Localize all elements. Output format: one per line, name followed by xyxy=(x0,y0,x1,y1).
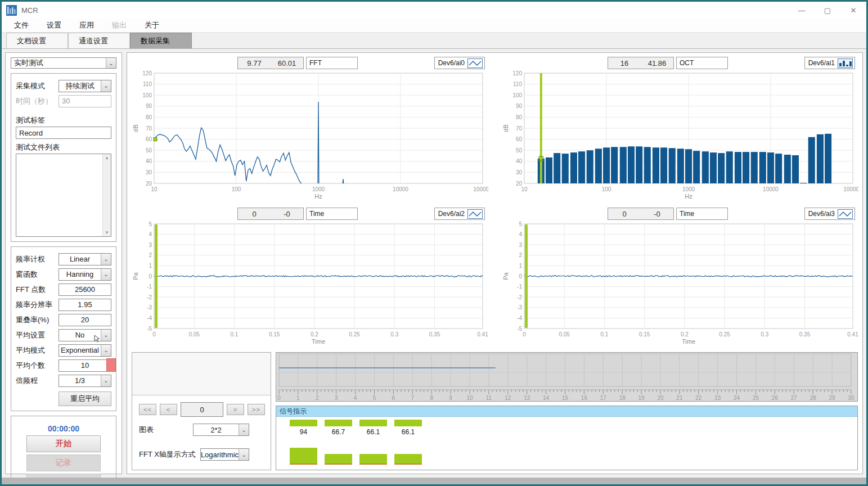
bottom-row: << < 0 > >> 图表 2*2 ⌄ xyxy=(132,352,858,470)
param-select[interactable]: Hanning⌄ xyxy=(59,268,111,281)
svg-text:0.2: 0.2 xyxy=(681,331,689,338)
maximize-button[interactable]: ▢ xyxy=(815,2,840,19)
channel-selector[interactable]: Dev6/ai1 xyxy=(804,57,855,69)
svg-text:0.41: 0.41 xyxy=(477,331,488,338)
tab-2[interactable]: 通道设置 xyxy=(68,33,130,48)
param-input[interactable]: 20 xyxy=(59,314,111,326)
svg-text:-2: -2 xyxy=(517,294,522,300)
svg-text:80: 80 xyxy=(146,114,152,120)
chevron-down-icon[interactable]: ⌄ xyxy=(239,449,249,460)
svg-text:18: 18 xyxy=(619,395,626,401)
chart-cell-2: 1641.86OCTDev6/ai12030405060708090100110… xyxy=(502,56,858,202)
param-input[interactable]: 25600 xyxy=(59,284,111,296)
svg-text:100: 100 xyxy=(232,186,241,192)
svg-text:0.05: 0.05 xyxy=(559,331,570,338)
signal-level-bar xyxy=(290,448,317,465)
chart-name-input[interactable]: Time xyxy=(676,208,728,220)
page-first-button[interactable]: << xyxy=(139,404,156,415)
svg-text:5: 5 xyxy=(519,221,522,227)
chart-name-input[interactable]: Time xyxy=(306,208,358,220)
record-timeline[interactable]: 0123456789101112131415161718192021222324… xyxy=(276,352,858,402)
param-select[interactable]: No⌄ xyxy=(59,329,111,341)
param-row-4: 频率分辨率1.95 xyxy=(16,297,111,312)
param-select[interactable]: 1/3⌄ xyxy=(59,375,111,387)
chevron-down-icon[interactable]: ⌄ xyxy=(101,254,111,265)
param-select[interactable]: Exponential⌄ xyxy=(59,344,111,357)
fft-axis-select[interactable]: Logarithmic ⌄ xyxy=(200,448,249,461)
page-number-box[interactable]: 0 xyxy=(181,402,223,417)
svg-text:16: 16 xyxy=(581,395,588,401)
signal-meter-2: 66.7 xyxy=(325,420,352,470)
signal-value: 66.7 xyxy=(325,426,352,436)
svg-text:110: 110 xyxy=(143,81,152,87)
cursor-readout: 9.7760.01 xyxy=(237,57,304,69)
menu-item-3[interactable]: 应用 xyxy=(70,19,103,32)
signal-level-wrap xyxy=(394,436,422,470)
channel-selector[interactable]: Dev6/ai3 xyxy=(804,208,855,220)
svg-text:11: 11 xyxy=(486,395,492,401)
test-file-list[interactable]: ▲▼ xyxy=(16,154,111,237)
chevron-down-icon[interactable]: ⌄ xyxy=(101,269,111,280)
signal-value: 66.1 xyxy=(394,426,422,436)
svg-text:4: 4 xyxy=(149,231,152,237)
channel-selector[interactable]: Dev6/ai0 xyxy=(434,57,485,69)
chart-plot-1[interactable]: 2030405060708090100110120101001000100001… xyxy=(132,70,488,200)
menu-item-2[interactable]: 设置 xyxy=(38,19,70,32)
svg-text:0: 0 xyxy=(152,331,156,338)
record-button: 记录 xyxy=(26,454,101,471)
chevron-down-icon[interactable]: ⌄ xyxy=(106,58,116,68)
page-prev-button[interactable]: < xyxy=(160,404,177,415)
chevron-down-icon[interactable]: ⌄ xyxy=(101,375,111,386)
chart-plot-2[interactable]: 2030405060708090100110120101001000100001… xyxy=(502,70,858,200)
svg-text:90: 90 xyxy=(146,103,152,109)
tab-3[interactable]: 数据采集 xyxy=(130,33,192,48)
svg-text:20: 20 xyxy=(516,181,523,187)
close-button[interactable]: ✕ xyxy=(840,2,866,19)
restart-average-button[interactable]: 重启平均 xyxy=(59,392,111,406)
chevron-down-icon[interactable]: ⌄ xyxy=(101,330,111,341)
svg-text:25: 25 xyxy=(753,395,759,401)
signal-value: 94 xyxy=(290,426,317,436)
param-row-1: 频率计权Linear⌄ xyxy=(16,251,111,267)
test-label-input[interactable]: Record xyxy=(16,127,111,139)
svg-text:100000: 100000 xyxy=(473,186,488,192)
menu-item-1[interactable]: 文件 xyxy=(5,19,38,32)
svg-text:0.3: 0.3 xyxy=(390,331,398,338)
chart-name-input[interactable]: OCT xyxy=(676,57,728,69)
chart-plot-4[interactable]: -5-4-3-2-101234500.050.10.150.20.250.30.… xyxy=(502,220,858,345)
minimize-button[interactable]: — xyxy=(789,2,815,19)
svg-text:21: 21 xyxy=(676,395,683,401)
signal-meter-1: 94 xyxy=(290,420,317,470)
chevron-down-icon[interactable]: ⌄ xyxy=(101,80,111,92)
file-list-scrollbar[interactable]: ▲▼ xyxy=(102,154,111,236)
svg-text:26: 26 xyxy=(772,395,779,401)
svg-text:-5: -5 xyxy=(517,326,522,332)
param-row-3: FFT 点数25600 xyxy=(16,282,111,297)
chart-name-input[interactable]: FFT xyxy=(306,57,358,69)
param-select[interactable]: Linear⌄ xyxy=(59,253,111,266)
scroll-down-icon[interactable]: ▼ xyxy=(105,230,109,235)
channel-label: Dev6/ai2 xyxy=(438,210,465,218)
chevron-down-icon[interactable]: ⌄ xyxy=(239,424,249,435)
signal-level-bar xyxy=(359,454,387,465)
start-button[interactable]: 开始 xyxy=(26,435,101,452)
channel-selector[interactable]: Dev6/ai2 xyxy=(434,208,485,220)
cursor-readout: 0-0 xyxy=(608,208,674,220)
svg-text:29: 29 xyxy=(829,395,836,401)
param-input[interactable]: 10 xyxy=(59,359,111,372)
tab-1[interactable]: 文档设置 xyxy=(6,33,68,48)
param-label: 平均模式 xyxy=(16,345,59,356)
param-input[interactable]: 1.95 xyxy=(59,299,111,311)
page-last-button[interactable]: >> xyxy=(248,404,265,415)
page-next-button[interactable]: > xyxy=(227,404,244,415)
chart-layout-select[interactable]: 2*2 ⌄ xyxy=(193,424,249,436)
scroll-up-icon[interactable]: ▲ xyxy=(105,155,109,160)
menu-item-5[interactable]: 关于 xyxy=(136,19,168,32)
svg-text:-1: -1 xyxy=(517,284,522,290)
param-value: Linear xyxy=(59,254,101,265)
test-type-select[interactable]: 实时测试 ⌄ xyxy=(11,57,116,69)
acq-mode-select[interactable]: 持续测试 ⌄ xyxy=(59,80,111,92)
signal-value: 66.1 xyxy=(359,426,387,436)
chart-plot-3[interactable]: -5-4-3-2-101234500.050.10.150.20.250.30.… xyxy=(132,220,488,345)
chevron-down-icon[interactable]: ⌄ xyxy=(101,345,111,356)
